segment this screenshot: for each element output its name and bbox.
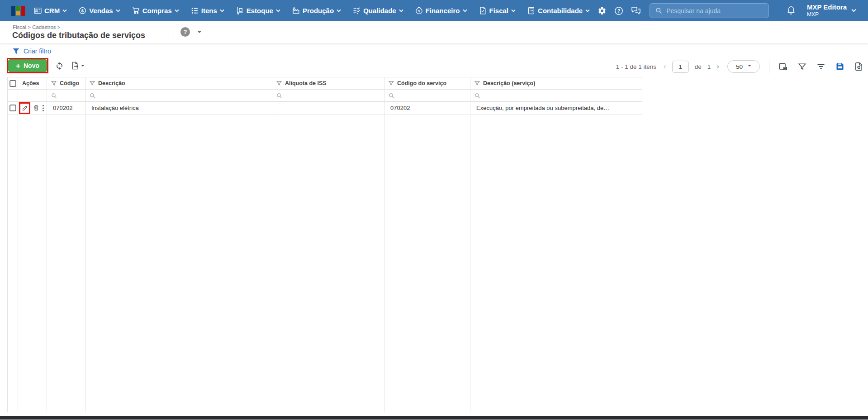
cell-aliquota <box>272 102 384 114</box>
settings-gear-icon[interactable] <box>598 6 607 15</box>
more-options-icon[interactable] <box>42 105 44 112</box>
page-help-caret-icon[interactable] <box>198 31 201 35</box>
filter-input-codigo-servico[interactable] <box>397 92 466 99</box>
logo-red-bar <box>21 6 25 16</box>
user-company: MXP <box>807 11 847 18</box>
create-filter-label: Criar filtro <box>24 48 51 55</box>
calculator-icon <box>527 7 535 14</box>
chevron-down-icon <box>337 9 341 12</box>
services-tax-codes-grid: Ações Código Descrição Alíquota de ISS C… <box>7 77 642 412</box>
chevron-down-icon <box>62 9 67 12</box>
search-icon <box>389 93 394 99</box>
menu-crm[interactable]: CRM <box>34 7 67 14</box>
page-size-select[interactable]: 50 <box>727 60 760 73</box>
menu-financeiro[interactable]: $ Financeiro <box>415 7 467 14</box>
notifications-bell-icon[interactable] <box>787 5 796 15</box>
refresh-button[interactable] <box>55 62 64 70</box>
filter-input-descricao-servico[interactable] <box>483 92 638 99</box>
cell-codigo: 070202 <box>47 102 85 114</box>
column-filter-icon[interactable] <box>276 81 282 86</box>
create-filter-link[interactable]: Criar filtro <box>13 48 51 55</box>
filter-cell-empty <box>7 90 18 101</box>
header-descricao-servico[interactable]: Descrição (serviço) <box>470 77 642 89</box>
select-all-cell <box>7 77 18 89</box>
empty-col <box>47 115 85 412</box>
new-button[interactable]: + Novo <box>8 59 47 72</box>
header-aliquota-label: Alíquota de ISS <box>285 80 327 86</box>
header-codigo[interactable]: Código <box>47 77 85 89</box>
menu-qualidade-label: Qualidade <box>363 7 396 14</box>
search-icon <box>474 93 480 99</box>
chevron-down-icon <box>116 9 120 12</box>
menu-producao[interactable]: Produção <box>292 7 341 14</box>
column-chooser-button[interactable] <box>778 62 788 72</box>
user-name: MXP Editora <box>807 3 847 11</box>
menu-contabilidade[interactable]: Contabilidade <box>527 7 590 14</box>
empty-col <box>85 115 272 412</box>
filter-cell-codigo <box>47 90 85 101</box>
breadcrumb[interactable]: Fiscal > Cadastros > <box>13 24 60 30</box>
column-filter-icon[interactable] <box>51 81 57 86</box>
header-descricao-servico-label: Descrição (serviço) <box>483 80 535 86</box>
save-layout-button[interactable] <box>835 62 844 71</box>
menu-qualidade[interactable]: Qualidade <box>353 7 403 14</box>
search-input[interactable] <box>666 7 763 14</box>
user-menu[interactable]: MXP Editora MXP <box>807 3 856 18</box>
menu-fiscal[interactable]: Fiscal <box>479 7 516 14</box>
menu-compras[interactable]: Compras <box>132 7 179 14</box>
filter-row-toggle-button[interactable] <box>816 62 825 71</box>
chevron-down-icon <box>851 9 856 12</box>
delete-trash-icon[interactable] <box>33 105 39 111</box>
empty-col <box>18 115 47 412</box>
header-descricao[interactable]: Descrição <box>85 77 272 89</box>
menu-financeiro-label: Financeiro <box>426 7 460 14</box>
column-filter-icon[interactable] <box>389 81 394 86</box>
top-navigation-bar: CRM $ Vendas Compras Itens Estoque Produ… <box>0 0 868 21</box>
reset-layout-button[interactable] <box>854 62 863 71</box>
filter-cell-acoes <box>18 90 47 101</box>
grid-controls: 1 - 1 de 1 itens ‹ 1 de 1 › 50 <box>616 60 866 73</box>
next-page-button[interactable]: › <box>716 62 719 71</box>
search-icon <box>51 93 57 99</box>
header-codigo-servico[interactable]: Código do serviço <box>384 77 470 89</box>
column-filter-icon[interactable] <box>90 81 95 86</box>
menu-itens[interactable]: Itens <box>191 7 224 14</box>
filter-input-aliquota[interactable] <box>285 92 380 99</box>
app-logo[interactable] <box>11 6 25 16</box>
help-search-box <box>650 3 769 18</box>
export-button[interactable] <box>71 61 85 70</box>
filter-input-descricao[interactable] <box>98 92 268 99</box>
svg-text:?: ? <box>617 8 620 13</box>
chat-feedback-icon[interactable] <box>631 6 641 15</box>
table-row[interactable]: 070202 Instalação elétrica 070202 Execuç… <box>7 102 642 115</box>
total-pages: 1 <box>707 63 711 70</box>
current-page-input[interactable]: 1 <box>672 61 689 73</box>
help-circle-icon[interactable]: ? <box>614 6 623 15</box>
header-aliquota[interactable]: Alíquota de ISS <box>272 77 384 89</box>
export-caret-icon <box>81 65 85 68</box>
menu-compras-label: Compras <box>142 7 172 14</box>
column-filter-icon[interactable] <box>474 81 480 86</box>
chevron-down-icon <box>463 9 467 12</box>
edit-pencil-icon[interactable] <box>22 105 28 111</box>
crm-icon <box>34 7 42 14</box>
filter-input-codigo[interactable] <box>60 92 81 99</box>
cart-icon <box>132 7 140 14</box>
logo-amber-bar <box>16 11 20 15</box>
horizontal-scrollbar[interactable] <box>0 416 868 420</box>
title-divider <box>174 25 174 39</box>
chevron-down-icon <box>585 9 590 12</box>
menu-estoque[interactable]: Estoque <box>236 7 280 14</box>
prev-page-button[interactable]: ‹ <box>664 62 666 71</box>
page-size-value: 50 <box>736 63 743 70</box>
row-actions-cell <box>18 102 47 114</box>
search-icon <box>655 7 662 14</box>
menu-vendas[interactable]: $ Vendas <box>79 7 120 14</box>
page-help-icon[interactable]: ? <box>180 27 190 37</box>
filter-builder-button[interactable] <box>798 62 806 71</box>
empty-col <box>272 115 384 412</box>
annotation-edit-highlight <box>19 102 30 114</box>
grid-empty-area <box>7 115 642 412</box>
select-all-checkbox[interactable] <box>9 80 16 87</box>
row-checkbox[interactable] <box>9 105 16 111</box>
